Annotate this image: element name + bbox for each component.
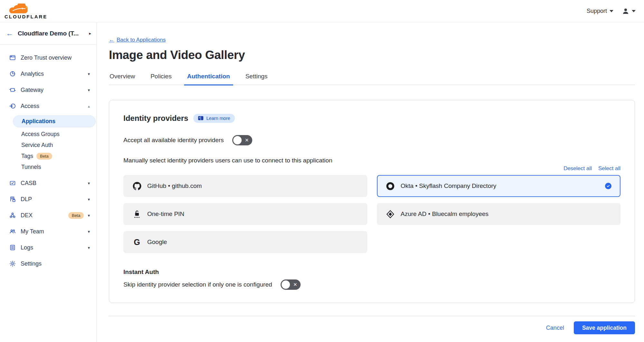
- card-title: Identity providers: [123, 114, 188, 123]
- chevron-right-icon[interactable]: ▸: [89, 31, 91, 36]
- sidebar-item-label: Applications: [22, 118, 55, 125]
- sidebar-item-settings[interactable]: Settings: [0, 256, 96, 272]
- network-nodes-icon: [9, 212, 16, 219]
- tab-overview[interactable]: Overview: [109, 71, 136, 85]
- identity-providers-card: Identity providers Learn more Accept all…: [109, 100, 635, 303]
- sidebar-item-label: Logs: [21, 244, 88, 251]
- pie-chart-icon: [9, 70, 16, 77]
- x-icon: ✕: [293, 282, 297, 288]
- back-to-applications-link[interactable]: ← Back to Applications: [109, 37, 166, 43]
- learn-more-label: Learn more: [206, 116, 230, 121]
- learn-more-link[interactable]: Learn more: [193, 114, 235, 123]
- chevron-down-icon[interactable]: ▾: [88, 88, 90, 93]
- sidebar-item-label: Access: [21, 103, 88, 110]
- sidebar-item-tags[interactable]: Tags Beta: [0, 151, 96, 161]
- sidebar-item-zero-trust-overview[interactable]: Zero Trust overview: [0, 50, 96, 66]
- sidebar: ← Cloudflare Demo (T... ▸ Zero Trust ove…: [0, 23, 97, 342]
- toggle-knob: [233, 136, 242, 144]
- okta-icon: [386, 181, 395, 191]
- sidebar-item-access[interactable]: Access ▴: [0, 98, 96, 114]
- tab-settings[interactable]: Settings: [245, 71, 268, 85]
- save-application-button[interactable]: Save application: [574, 321, 635, 334]
- footer-actions: Cancel Save application: [109, 321, 635, 334]
- access-login-icon: [9, 103, 16, 110]
- sidebar-item-label: DEX: [21, 212, 65, 219]
- sidebar-nav: Zero Trust overview Analytics ▾ Gateway …: [0, 44, 96, 272]
- sidebar-item-analytics[interactable]: Analytics ▾: [0, 66, 96, 82]
- chevron-down-icon: [610, 10, 613, 12]
- sidebar-item-label: Tunnels: [21, 164, 41, 171]
- sidebar-item-casb[interactable]: CASB ▾: [0, 175, 96, 191]
- chevron-down-icon[interactable]: ▾: [88, 229, 90, 234]
- provider-tile-azure-ad[interactable]: Azure AD • Bluecalm employees: [377, 203, 621, 225]
- one-time-pin-icon: [132, 210, 141, 219]
- cloudflare-cloud-icon: [5, 4, 34, 15]
- book-icon: [198, 116, 204, 121]
- chevron-down-icon[interactable]: ▾: [88, 72, 90, 76]
- sidebar-item-label: My Team: [21, 228, 88, 235]
- account-menu[interactable]: [622, 7, 636, 15]
- sidebar-item-label: Tags: [21, 153, 33, 160]
- sidebar-item-label: Access Groups: [21, 131, 60, 138]
- user-icon: [622, 7, 630, 15]
- back-link-label: Back to Applications: [117, 37, 166, 43]
- main-content: ← Back to Applications Image and Video G…: [97, 23, 644, 342]
- provider-name: One-time PIN: [147, 210, 358, 218]
- provider-name: Google: [147, 239, 358, 246]
- back-arrow-icon[interactable]: ←: [6, 30, 13, 37]
- chevron-down-icon[interactable]: ▾: [88, 181, 90, 186]
- manual-select-label: Manually select identity providers users…: [123, 157, 620, 164]
- sidebar-item-applications[interactable]: Applications: [13, 115, 96, 127]
- tab-policies[interactable]: Policies: [150, 71, 172, 85]
- access-submenu: Applications Access Groups Service Auth …: [0, 114, 96, 175]
- account-switcher[interactable]: ← Cloudflare Demo (T... ▸: [0, 23, 96, 44]
- sidebar-item-service-auth[interactable]: Service Auth: [0, 140, 96, 151]
- sidebar-item-label: Gateway: [21, 87, 88, 93]
- cancel-button[interactable]: Cancel: [546, 325, 564, 331]
- sidebar-item-label: Zero Trust overview: [21, 54, 90, 61]
- brand-wordmark: CLOUDFLARE: [5, 14, 47, 19]
- chevron-down-icon[interactable]: ▾: [88, 245, 90, 250]
- accept-all-toggle[interactable]: ✕: [232, 135, 252, 145]
- log-list-icon: [9, 244, 16, 251]
- chevron-down-icon: [632, 10, 636, 12]
- provider-tile-github[interactable]: GitHub • github.com: [123, 175, 367, 197]
- provider-name: Okta • Skyflash Company Directory: [401, 182, 600, 190]
- x-icon: ✕: [245, 137, 249, 143]
- select-all-link[interactable]: Select all: [598, 165, 620, 172]
- instant-auth-toggle[interactable]: ✕: [281, 279, 301, 290]
- top-bar: CLOUDFLARE Support: [0, 0, 644, 23]
- sidebar-item-dex[interactable]: DEX Beta ▾: [0, 207, 96, 223]
- provider-name: GitHub • github.com: [147, 182, 358, 190]
- sidebar-item-tunnels[interactable]: Tunnels: [0, 161, 96, 172]
- tab-authentication[interactable]: Authentication: [187, 71, 231, 85]
- back-arrow-icon: ←: [109, 37, 114, 43]
- zero-trust-dashboard: CLOUDFLARE Support ← Cloudflare Demo (T.…: [0, 0, 644, 342]
- github-icon: [132, 181, 141, 191]
- chevron-up-icon[interactable]: ▴: [88, 104, 90, 109]
- chevron-down-icon[interactable]: ▾: [88, 197, 90, 202]
- footer-divider: [109, 316, 635, 316]
- sidebar-item-logs[interactable]: Logs ▾: [0, 239, 96, 256]
- provider-tile-okta[interactable]: Okta • Skyflash Company Directory: [377, 175, 621, 197]
- provider-tile-google[interactable]: G Google: [123, 231, 367, 253]
- gear-icon: [9, 260, 16, 267]
- cloudflare-logo[interactable]: CLOUDFLARE: [0, 4, 47, 19]
- sidebar-item-my-team[interactable]: My Team ▾: [0, 223, 96, 239]
- document-lock-icon: [9, 196, 16, 203]
- provider-tile-one-time-pin[interactable]: One-time PIN: [123, 203, 367, 225]
- deselect-all-link[interactable]: Deselect all: [563, 165, 592, 172]
- sidebar-item-dlp[interactable]: DLP ▾: [0, 191, 96, 207]
- sidebar-item-access-groups[interactable]: Access Groups: [0, 129, 96, 140]
- sidebar-item-gateway[interactable]: Gateway ▾: [0, 82, 96, 98]
- sidebar-item-label: Settings: [21, 260, 90, 267]
- casb-check-box-icon: [9, 180, 16, 187]
- beta-badge: Beta: [68, 212, 84, 219]
- chevron-down-icon[interactable]: ▾: [88, 213, 90, 218]
- account-name: Cloudflare Demo (T...: [18, 30, 84, 37]
- tab-bar: Overview Policies Authentication Setting…: [109, 71, 635, 85]
- selected-check-icon: [605, 183, 611, 189]
- support-menu[interactable]: Support: [587, 8, 613, 15]
- provider-grid: GitHub • github.com Okta • Skyflash Comp…: [123, 175, 620, 253]
- browser-window-icon: [9, 54, 16, 61]
